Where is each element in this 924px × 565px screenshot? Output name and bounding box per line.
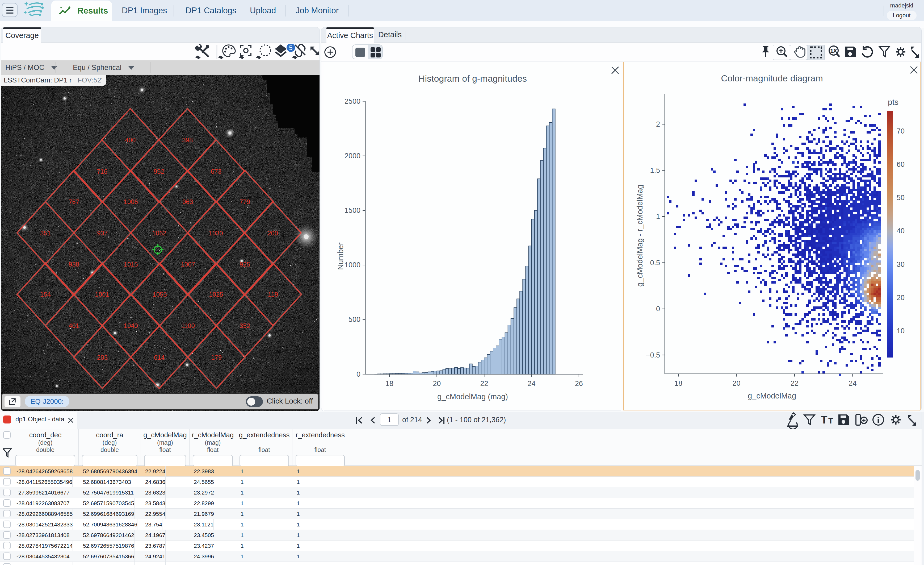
svg-text:500: 500 [348, 316, 360, 323]
svg-text:Histogram of g-magnitudes: Histogram of g-magnitudes [418, 74, 527, 84]
svg-text:154: 154 [40, 291, 51, 298]
svg-text:614: 614 [154, 354, 165, 361]
svg-text:200: 200 [267, 230, 278, 237]
svg-text:1500: 1500 [345, 206, 360, 214]
svg-text:925: 925 [240, 261, 250, 268]
svg-text:20: 20 [897, 294, 904, 302]
svg-text:g_cModelMag (mag): g_cModelMag (mag) [437, 392, 508, 401]
svg-text:1062: 1062 [152, 230, 166, 237]
svg-text:26: 26 [575, 380, 583, 388]
svg-text:10: 10 [897, 327, 904, 335]
svg-text:1040: 1040 [124, 322, 138, 329]
svg-text:1006: 1006 [124, 198, 138, 205]
svg-text:1000: 1000 [345, 261, 360, 269]
svg-text:1055: 1055 [153, 291, 166, 298]
svg-text:Color-magnitude diagram: Color-magnitude diagram [721, 73, 823, 83]
svg-text:1007: 1007 [181, 261, 195, 268]
svg-text:2: 2 [656, 120, 660, 128]
svg-text:1: 1 [656, 213, 660, 221]
svg-text:352: 352 [240, 322, 250, 329]
svg-text:716: 716 [97, 168, 107, 175]
svg-text:−0.5: −0.5 [646, 351, 660, 359]
svg-text:2500: 2500 [345, 98, 360, 105]
svg-text:50: 50 [897, 194, 904, 201]
svg-text:0: 0 [656, 305, 660, 313]
svg-text:119: 119 [268, 291, 278, 298]
svg-text:938: 938 [69, 261, 79, 268]
svg-text:pts: pts [888, 98, 898, 107]
svg-text:30: 30 [897, 260, 904, 268]
svg-text:401: 401 [69, 322, 79, 329]
svg-text:T: T [821, 414, 827, 425]
svg-text:2000: 2000 [345, 152, 360, 160]
svg-text:779: 779 [240, 198, 250, 205]
svg-text:673: 673 [211, 168, 221, 175]
svg-text:1.5: 1.5 [650, 167, 660, 174]
svg-text:60: 60 [897, 161, 904, 168]
svg-text:40: 40 [897, 227, 904, 235]
svg-text:22: 22 [480, 380, 488, 388]
svg-text:T: T [828, 416, 833, 425]
svg-text:952: 952 [154, 168, 164, 175]
svg-text:963: 963 [182, 198, 193, 205]
svg-text:1030: 1030 [208, 230, 223, 237]
svg-text:400: 400 [125, 137, 136, 144]
svg-text:0: 0 [357, 370, 360, 378]
svg-text:0.5: 0.5 [650, 259, 660, 267]
svg-text:937: 937 [97, 230, 108, 237]
svg-text:20: 20 [732, 379, 740, 387]
svg-text:351: 351 [40, 230, 51, 237]
svg-text:22: 22 [790, 379, 798, 387]
svg-text:1015: 1015 [124, 261, 138, 268]
svg-text:18: 18 [674, 379, 682, 387]
svg-text:g_cModelMag: g_cModelMag [748, 392, 796, 400]
svg-text:1001: 1001 [95, 291, 109, 298]
svg-text:203: 203 [97, 354, 108, 361]
svg-text:179: 179 [211, 354, 222, 361]
svg-text:Number: Number [336, 242, 345, 270]
svg-text:1X: 1X [830, 48, 837, 54]
svg-text:g_cModelMag - r_cModelMag: g_cModelMag - r_cModelMag [636, 185, 644, 287]
svg-text:18: 18 [386, 380, 393, 388]
svg-text:398: 398 [182, 137, 193, 144]
svg-text:1025: 1025 [209, 291, 223, 298]
svg-text:70: 70 [897, 127, 904, 135]
svg-text:767: 767 [69, 198, 79, 205]
svg-text:1100: 1100 [181, 322, 195, 329]
svg-text:24: 24 [528, 380, 536, 388]
svg-text:5: 5 [289, 44, 292, 51]
svg-text:20: 20 [433, 380, 441, 388]
svg-text:24: 24 [849, 379, 856, 387]
